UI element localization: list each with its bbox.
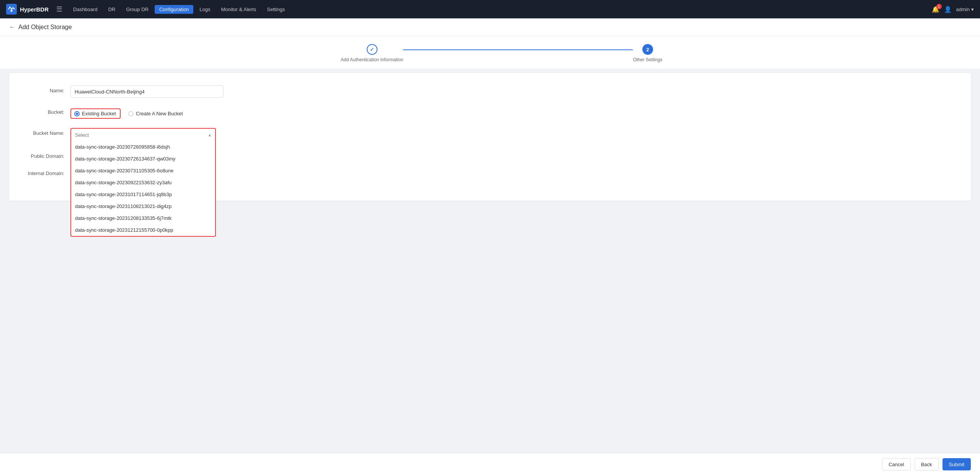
public-domain-label: Public Domain:: [24, 151, 70, 159]
cancel-button[interactable]: Cancel: [882, 458, 910, 470]
menu-icon[interactable]: ☰: [56, 5, 62, 13]
bucket-dropdown[interactable]: ▲ data-sync-storage-20230726095858-i6dsj…: [70, 128, 216, 142]
dropdown-list: data-sync-storage-20230726095858-i6dsjh …: [70, 141, 216, 237]
step-2-label: Other Settings: [633, 57, 662, 62]
dropdown-arrow-icon: ▲: [207, 132, 212, 138]
step-1-circle: ✓: [367, 44, 377, 55]
name-control: [70, 85, 224, 98]
bucket-name-row: Bucket Name: ▲ data-sync-storage-2023072…: [24, 128, 956, 142]
list-item[interactable]: data-sync-storage-20231108213021-dig4zp: [71, 200, 215, 212]
bucket-label: Bucket:: [24, 107, 70, 115]
name-label: Name:: [24, 85, 70, 93]
page-title: Add Object Storage: [18, 24, 72, 31]
app-name: HyperBDR: [20, 6, 49, 13]
notification-bell[interactable]: 🔔 1: [932, 6, 939, 13]
footer-bar: Cancel Back Submit: [0, 453, 980, 475]
stepper-container: ✓ Add Authentication Information 2 Other…: [0, 36, 980, 69]
list-item[interactable]: data-sync-storage-20230726134637-qw03my: [71, 153, 215, 165]
notification-badge: 1: [936, 4, 942, 9]
list-item[interactable]: data-sync-storage-20230731105305-6o8une: [71, 165, 215, 177]
svg-point-1: [10, 10, 13, 12]
back-button[interactable]: Back: [915, 458, 939, 470]
name-input[interactable]: [70, 85, 224, 98]
nav-monitor-alerts[interactable]: Monitor & Alerts: [216, 5, 261, 14]
nav-links: Dashboard DR Group DR Configuration Logs…: [69, 5, 929, 14]
admin-dropdown[interactable]: admin ▾: [956, 7, 974, 12]
step-1: ✓ Add Authentication Information: [341, 44, 403, 62]
step-2-circle: 2: [642, 44, 653, 55]
list-item[interactable]: data-sync-storage-20231208133535-6j7mtk: [71, 212, 215, 224]
logo-icon: [6, 4, 17, 15]
step-line: [403, 49, 633, 50]
new-bucket-option[interactable]: Create A New Bucket: [128, 111, 183, 116]
admin-label: admin: [956, 7, 970, 12]
stepper: ✓ Add Authentication Information 2 Other…: [341, 44, 639, 62]
bucket-radio-group: Existing Bucket Create A New Bucket: [70, 107, 224, 119]
submit-button[interactable]: Submit: [942, 458, 971, 470]
new-bucket-label: Create A New Bucket: [136, 111, 183, 116]
existing-bucket-option[interactable]: Existing Bucket: [70, 108, 121, 119]
back-arrow-icon[interactable]: ←: [9, 24, 15, 31]
list-item[interactable]: data-sync-storage-20231212155700-0p0kpp: [71, 224, 215, 236]
nav-configuration[interactable]: Configuration: [155, 5, 193, 14]
bucket-control: Existing Bucket Create A New Bucket: [70, 107, 224, 119]
step-1-label: Add Authentication Information: [341, 57, 403, 62]
internal-domain-label: Internal Domain:: [24, 168, 70, 176]
nav-settings[interactable]: Settings: [262, 5, 289, 14]
list-item[interactable]: data-sync-storage-20230922153632-zy3afu: [71, 177, 215, 188]
new-bucket-radio[interactable]: [128, 111, 134, 116]
bucket-row: Bucket: Existing Bucket Create A New Buc…: [24, 107, 956, 119]
page-header: ← Add Object Storage: [0, 18, 980, 36]
name-row: Name:: [24, 85, 956, 98]
list-item[interactable]: data-sync-storage-20231017114651-jq8b3p: [71, 188, 215, 200]
form-card: Name: Bucket: Existing Bucket Create A N…: [9, 73, 971, 201]
bucket-name-label: Bucket Name:: [24, 128, 70, 136]
navbar-right: 🔔 1 👤 admin ▾: [932, 6, 974, 13]
nav-dashboard[interactable]: Dashboard: [69, 5, 102, 14]
existing-bucket-label: Existing Bucket: [82, 111, 116, 116]
user-avatar[interactable]: 👤: [944, 6, 952, 13]
bucket-name-input[interactable]: [71, 129, 215, 141]
navbar: HyperBDR ☰ Dashboard DR Group DR Configu…: [0, 0, 980, 18]
existing-bucket-radio[interactable]: [74, 111, 80, 116]
brand: HyperBDR: [6, 4, 49, 15]
list-item[interactable]: data-sync-storage-20230726095858-i6dsjh: [71, 141, 215, 153]
step-2: 2 Other Settings: [633, 44, 662, 62]
admin-chevron: ▾: [971, 7, 974, 12]
main-content: Name: Bucket: Existing Bucket Create A N…: [0, 73, 980, 210]
nav-logs[interactable]: Logs: [195, 5, 215, 14]
bucket-name-control: ▲ data-sync-storage-20230726095858-i6dsj…: [70, 128, 224, 142]
nav-group-dr[interactable]: Group DR: [121, 5, 153, 14]
nav-dr[interactable]: DR: [104, 5, 120, 14]
